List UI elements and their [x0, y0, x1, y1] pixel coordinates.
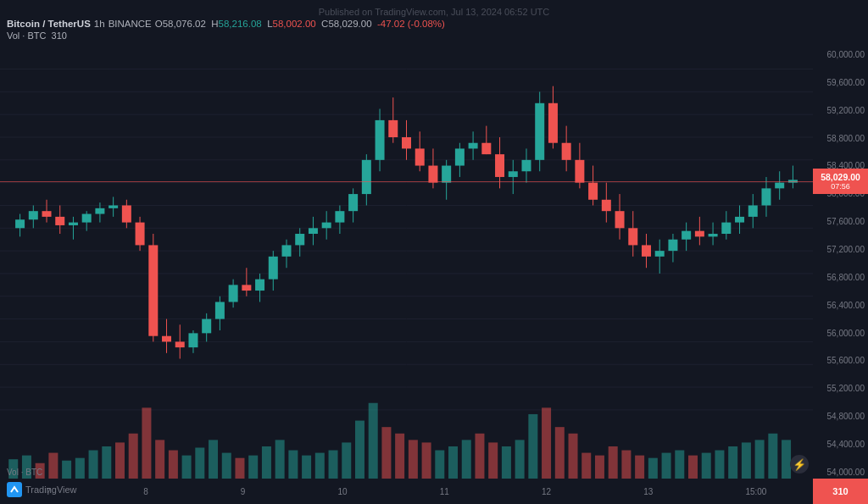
- tradingview-text: TradingView: [25, 485, 77, 495]
- lightning-icon: ⚡: [793, 458, 806, 471]
- time-tick: 9: [241, 487, 246, 496]
- open-label: O: [155, 19, 163, 29]
- volume-header: Vol · BTC 310: [7, 30, 861, 41]
- current-price-value: 58,029.00: [821, 172, 860, 182]
- price-tick: 56,000.00: [816, 330, 865, 338]
- price-tick: 55,600.00: [816, 357, 865, 365]
- exchange: BINANCE: [108, 19, 152, 29]
- watermark: Published on TradingView.com, Jul 13, 20…: [0, 7, 868, 17]
- price-change: -47.02 (-0.08%): [377, 19, 445, 29]
- ohlc-values: O58,076.02 H58,216.08 L58,002.00 C58,029…: [155, 19, 445, 29]
- current-price-time: 07:56: [831, 182, 850, 191]
- time-tick: 12: [542, 487, 551, 496]
- high-label: H: [211, 19, 218, 29]
- low-value: 58,002.00: [273, 19, 316, 29]
- tradingview-logo: TradingView: [7, 482, 77, 497]
- vol-header-value: 310: [52, 30, 67, 41]
- time-tick: 11: [440, 487, 449, 496]
- header-ohlc: Bitcoin / TetherUS 1h BINANCE O58,076.02…: [7, 19, 861, 29]
- time-tick: 13: [643, 487, 653, 496]
- current-price-box: 58,029.00 07:56: [813, 169, 868, 194]
- volume-value-box: 310: [813, 479, 868, 504]
- price-tick: 54,800.00: [816, 413, 865, 421]
- price-tick: 59,600.00: [816, 79, 865, 87]
- price-tick: 58,800.00: [816, 135, 865, 143]
- price-tick: 57,600.00: [816, 218, 865, 226]
- trading-pair: Bitcoin / TetherUS: [7, 19, 91, 29]
- time-tick: 10: [338, 487, 348, 496]
- volume-display: 310: [832, 486, 848, 496]
- price-tick: 54,000.00: [816, 468, 865, 477]
- volume-label: Vol · BTC: [7, 468, 42, 477]
- chart-header: Bitcoin / TetherUS 1h BINANCE O58,076.02…: [7, 19, 861, 41]
- high-value: 58,216.08: [219, 19, 262, 29]
- horizontal-price-line: [0, 181, 813, 182]
- price-tick: 56,400.00: [816, 302, 865, 310]
- vol-label: Vol · BTC: [7, 30, 46, 41]
- price-tick: 60,000.00: [816, 51, 865, 59]
- tv-logo-icon: [7, 482, 22, 497]
- price-axis: 60,000.0059,600.0059,200.0058,800.0058,4…: [813, 49, 868, 479]
- price-tick: 55,200.00: [816, 385, 865, 393]
- candlestick-chart[interactable]: [0, 49, 813, 479]
- time-tick: 8: [143, 487, 148, 496]
- price-tick: 57,200.00: [816, 246, 865, 254]
- timeframe: 1h: [94, 19, 105, 29]
- time-axis: 7891011121315:00: [0, 479, 813, 504]
- close-value: 58,029.00: [328, 19, 371, 29]
- price-tick: 54,400.00: [816, 440, 865, 449]
- lightning-button[interactable]: ⚡: [790, 455, 809, 474]
- price-tick: 56,800.00: [816, 274, 865, 282]
- chart-area[interactable]: [0, 49, 813, 479]
- open-value: 58,076.02: [163, 19, 206, 29]
- price-tick: 59,200.00: [816, 107, 865, 115]
- time-tick: 15:00: [745, 487, 766, 496]
